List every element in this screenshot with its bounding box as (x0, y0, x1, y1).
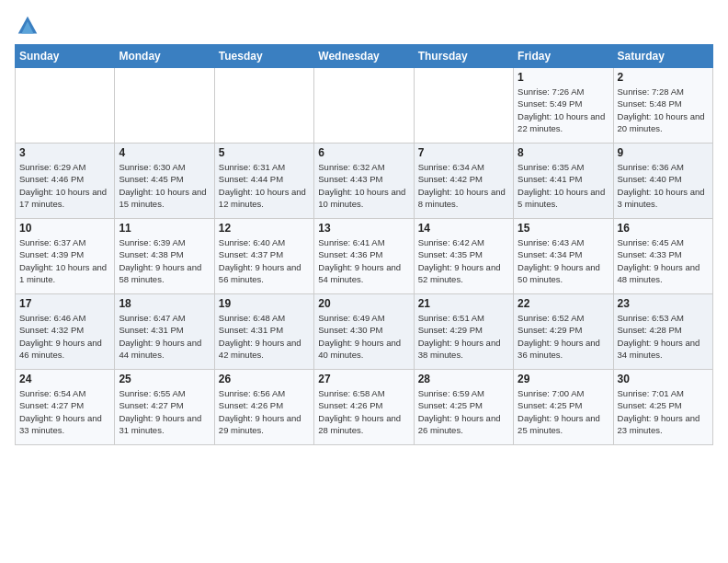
day-number: 5 (219, 146, 310, 159)
weekday-header-wednesday: Wednesday (314, 45, 414, 68)
day-number: 27 (318, 373, 409, 385)
calendar-cell (214, 68, 313, 144)
day-info: Sunrise: 7:26 AM Sunset: 5:49 PM Dayligh… (518, 86, 609, 134)
calendar-cell: 5Sunrise: 6:31 AM Sunset: 4:44 PM Daylig… (214, 144, 313, 219)
weekday-header-sunday: Sunday (16, 45, 115, 68)
day-info: Sunrise: 6:32 AM Sunset: 4:43 PM Dayligh… (318, 161, 409, 210)
day-number: 8 (518, 146, 609, 159)
calendar-cell: 4Sunrise: 6:30 AM Sunset: 4:45 PM Daylig… (115, 144, 214, 219)
day-info: Sunrise: 6:41 AM Sunset: 4:36 PM Dayligh… (318, 236, 409, 285)
day-info: Sunrise: 6:58 AM Sunset: 4:26 PM Dayligh… (318, 387, 409, 436)
calendar-week-1: 1Sunrise: 7:26 AM Sunset: 5:49 PM Daylig… (16, 68, 713, 144)
calendar-cell (414, 68, 513, 144)
calendar-cell: 18Sunrise: 6:47 AM Sunset: 4:31 PM Dayli… (115, 294, 214, 370)
day-number: 26 (219, 373, 310, 385)
calendar-cell: 10Sunrise: 6:37 AM Sunset: 4:39 PM Dayli… (16, 219, 115, 294)
calendar-cell: 11Sunrise: 6:39 AM Sunset: 4:38 PM Dayli… (115, 219, 214, 294)
day-info: Sunrise: 6:53 AM Sunset: 4:28 PM Dayligh… (618, 312, 709, 361)
calendar-cell: 13Sunrise: 6:41 AM Sunset: 4:36 PM Dayli… (314, 219, 414, 294)
calendar-cell: 1Sunrise: 7:26 AM Sunset: 5:49 PM Daylig… (514, 68, 613, 144)
day-number: 28 (418, 373, 509, 385)
calendar-week-2: 3Sunrise: 6:29 AM Sunset: 4:46 PM Daylig… (16, 144, 713, 219)
day-info: Sunrise: 6:55 AM Sunset: 4:27 PM Dayligh… (119, 387, 210, 436)
calendar-cell (16, 68, 115, 144)
day-info: Sunrise: 6:52 AM Sunset: 4:29 PM Dayligh… (518, 312, 609, 361)
day-number: 4 (119, 146, 210, 159)
calendar-cell (115, 68, 214, 144)
calendar-cell: 29Sunrise: 7:00 AM Sunset: 4:25 PM Dayli… (514, 370, 613, 445)
weekday-header-friday: Friday (514, 45, 613, 68)
day-info: Sunrise: 6:54 AM Sunset: 4:27 PM Dayligh… (19, 387, 110, 436)
logo (15, 13, 44, 39)
day-info: Sunrise: 6:47 AM Sunset: 4:31 PM Dayligh… (119, 312, 210, 361)
calendar: SundayMondayTuesdayWednesdayThursdayFrid… (15, 44, 713, 445)
calendar-cell: 26Sunrise: 6:56 AM Sunset: 4:26 PM Dayli… (214, 370, 313, 445)
calendar-cell: 9Sunrise: 6:36 AM Sunset: 4:40 PM Daylig… (613, 144, 712, 219)
day-number: 7 (418, 146, 509, 159)
calendar-cell: 16Sunrise: 6:45 AM Sunset: 4:33 PM Dayli… (613, 219, 712, 294)
calendar-cell: 6Sunrise: 6:32 AM Sunset: 4:43 PM Daylig… (314, 144, 414, 219)
day-info: Sunrise: 6:29 AM Sunset: 4:46 PM Dayligh… (19, 161, 110, 210)
calendar-cell: 12Sunrise: 6:40 AM Sunset: 4:37 PM Dayli… (214, 219, 313, 294)
calendar-cell: 24Sunrise: 6:54 AM Sunset: 4:27 PM Dayli… (16, 370, 115, 445)
weekday-header-tuesday: Tuesday (214, 45, 313, 68)
calendar-header-row: SundayMondayTuesdayWednesdayThursdayFrid… (16, 45, 713, 68)
calendar-cell: 17Sunrise: 6:46 AM Sunset: 4:32 PM Dayli… (16, 294, 115, 370)
day-number: 23 (618, 297, 709, 310)
calendar-cell: 30Sunrise: 7:01 AM Sunset: 4:25 PM Dayli… (613, 370, 712, 445)
weekday-header-thursday: Thursday (414, 45, 513, 68)
day-number: 11 (119, 222, 210, 235)
day-number: 20 (318, 297, 409, 310)
calendar-week-4: 17Sunrise: 6:46 AM Sunset: 4:32 PM Dayli… (16, 294, 713, 370)
calendar-cell: 27Sunrise: 6:58 AM Sunset: 4:26 PM Dayli… (314, 370, 414, 445)
day-info: Sunrise: 6:56 AM Sunset: 4:26 PM Dayligh… (219, 387, 310, 436)
day-info: Sunrise: 6:34 AM Sunset: 4:42 PM Dayligh… (418, 161, 509, 210)
day-number: 10 (19, 222, 110, 235)
day-number: 18 (119, 297, 210, 310)
day-info: Sunrise: 6:46 AM Sunset: 4:32 PM Dayligh… (19, 312, 110, 361)
day-info: Sunrise: 6:59 AM Sunset: 4:25 PM Dayligh… (418, 387, 509, 436)
day-number: 14 (418, 222, 509, 235)
day-number: 6 (318, 146, 409, 159)
day-number: 3 (19, 146, 110, 159)
day-number: 29 (518, 373, 609, 385)
day-info: Sunrise: 6:37 AM Sunset: 4:39 PM Dayligh… (19, 236, 110, 285)
calendar-week-3: 10Sunrise: 6:37 AM Sunset: 4:39 PM Dayli… (16, 219, 713, 294)
day-number: 9 (618, 146, 709, 159)
day-info: Sunrise: 7:28 AM Sunset: 5:48 PM Dayligh… (618, 86, 709, 134)
day-info: Sunrise: 7:00 AM Sunset: 4:25 PM Dayligh… (518, 387, 609, 436)
calendar-cell (314, 68, 414, 144)
day-info: Sunrise: 6:51 AM Sunset: 4:29 PM Dayligh… (418, 312, 509, 361)
day-info: Sunrise: 6:30 AM Sunset: 4:45 PM Dayligh… (119, 161, 210, 210)
day-info: Sunrise: 6:36 AM Sunset: 4:40 PM Dayligh… (618, 161, 709, 210)
calendar-cell: 15Sunrise: 6:43 AM Sunset: 4:34 PM Dayli… (514, 219, 613, 294)
day-number: 19 (219, 297, 310, 310)
calendar-cell: 7Sunrise: 6:34 AM Sunset: 4:42 PM Daylig… (414, 144, 513, 219)
calendar-cell: 25Sunrise: 6:55 AM Sunset: 4:27 PM Dayli… (115, 370, 214, 445)
day-info: Sunrise: 7:01 AM Sunset: 4:25 PM Dayligh… (618, 387, 709, 436)
calendar-cell: 23Sunrise: 6:53 AM Sunset: 4:28 PM Dayli… (613, 294, 712, 370)
day-number: 1 (518, 71, 609, 84)
calendar-cell: 21Sunrise: 6:51 AM Sunset: 4:29 PM Dayli… (414, 294, 513, 370)
day-info: Sunrise: 6:39 AM Sunset: 4:38 PM Dayligh… (119, 236, 210, 285)
day-info: Sunrise: 6:31 AM Sunset: 4:44 PM Dayligh… (219, 161, 310, 210)
day-number: 21 (418, 297, 509, 310)
header (15, 9, 713, 39)
day-number: 25 (119, 373, 210, 385)
calendar-cell: 22Sunrise: 6:52 AM Sunset: 4:29 PM Dayli… (514, 294, 613, 370)
calendar-cell: 8Sunrise: 6:35 AM Sunset: 4:41 PM Daylig… (514, 144, 613, 219)
day-info: Sunrise: 6:48 AM Sunset: 4:31 PM Dayligh… (219, 312, 310, 361)
day-number: 15 (518, 222, 609, 235)
calendar-cell: 20Sunrise: 6:49 AM Sunset: 4:30 PM Dayli… (314, 294, 414, 370)
day-number: 2 (618, 71, 709, 84)
day-info: Sunrise: 6:49 AM Sunset: 4:30 PM Dayligh… (318, 312, 409, 361)
day-number: 17 (19, 297, 110, 310)
page: SundayMondayTuesdayWednesdayThursdayFrid… (0, 0, 728, 563)
calendar-cell: 2Sunrise: 7:28 AM Sunset: 5:48 PM Daylig… (613, 68, 712, 144)
day-info: Sunrise: 6:42 AM Sunset: 4:35 PM Dayligh… (418, 236, 509, 285)
day-number: 12 (219, 222, 310, 235)
calendar-week-5: 24Sunrise: 6:54 AM Sunset: 4:27 PM Dayli… (16, 370, 713, 445)
day-info: Sunrise: 6:43 AM Sunset: 4:34 PM Dayligh… (518, 236, 609, 285)
day-number: 13 (318, 222, 409, 235)
day-number: 16 (618, 222, 709, 235)
